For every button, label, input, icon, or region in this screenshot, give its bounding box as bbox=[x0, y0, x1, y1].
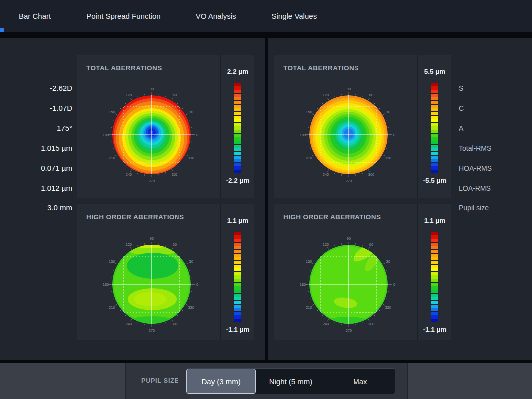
svg-text:30: 30 bbox=[189, 110, 193, 114]
svg-text:150: 150 bbox=[306, 110, 312, 114]
svg-text:270: 270 bbox=[346, 179, 352, 183]
active-tab-indicator bbox=[0, 28, 4, 32]
scale-max-label: 1.1 µm bbox=[221, 217, 254, 224]
scale-max-label: 2.2 µm bbox=[221, 68, 254, 75]
svg-text:0: 0 bbox=[393, 282, 395, 287]
metric-value-s: -2.62D bbox=[0, 78, 72, 98]
svg-text:120: 120 bbox=[126, 242, 132, 247]
scale-max-label: 5.5 µm bbox=[418, 68, 451, 75]
svg-text:0: 0 bbox=[196, 133, 198, 137]
panel-high-order-aberrations-right: HIGH ORDER ABERRATIONS 03060901201501802… bbox=[274, 204, 451, 340]
svg-text:90: 90 bbox=[150, 87, 154, 91]
metric-value-loa-rms: 1.012 µm bbox=[0, 178, 72, 198]
metric-label-hoa-rms: HOA-RMS bbox=[459, 158, 529, 178]
svg-text:270: 270 bbox=[346, 328, 352, 333]
tab-point-spread-function[interactable]: Point Spread Function bbox=[86, 12, 160, 20]
tab-bar-chart[interactable]: Bar Chart bbox=[19, 12, 51, 20]
metric-label-pupil-size: Pupil size bbox=[459, 198, 529, 218]
svg-text:0: 0 bbox=[393, 133, 395, 137]
colorbar-column: 2.2 µm -2.2 µm bbox=[220, 55, 254, 198]
panel-title: HIGH ORDER ABERRATIONS bbox=[86, 213, 184, 221]
scale-min-label: -2.2 µm bbox=[221, 177, 254, 184]
measurement-values-column: -2.62D -1.07D 175° 1.015 µm 0.071 µm 1.0… bbox=[0, 78, 72, 218]
svg-text:120: 120 bbox=[126, 93, 132, 97]
svg-text:180: 180 bbox=[300, 282, 306, 287]
svg-text:240: 240 bbox=[126, 322, 132, 326]
svg-text:300: 300 bbox=[172, 322, 178, 326]
svg-text:300: 300 bbox=[172, 172, 178, 177]
scale-min-label: -5.5 µm bbox=[418, 177, 451, 184]
aberration-heatmap: 0306090120150180210240270300330 bbox=[274, 55, 417, 198]
svg-text:210: 210 bbox=[109, 305, 115, 310]
svg-text:60: 60 bbox=[369, 242, 373, 247]
svg-text:270: 270 bbox=[149, 179, 155, 183]
svg-text:150: 150 bbox=[109, 259, 115, 264]
svg-text:0: 0 bbox=[196, 282, 198, 287]
panel-title: TOTAL ABERRATIONS bbox=[283, 64, 359, 72]
metric-label-s: S bbox=[459, 78, 529, 98]
panel-total-aberrations-right: TOTAL ABERRATIONS 0306090120150180210240… bbox=[274, 55, 451, 198]
colorbar bbox=[431, 83, 438, 173]
pupil-night-button[interactable]: Night (5 mm) bbox=[256, 369, 325, 394]
pupil-size-label: PUPIL SIZE bbox=[141, 363, 179, 399]
svg-text:180: 180 bbox=[103, 133, 109, 137]
panel-high-order-aberrations-left: HIGH ORDER ABERRATIONS 03060901201501802… bbox=[77, 204, 254, 340]
metric-value-c: -1.07D bbox=[0, 98, 72, 118]
colorbar bbox=[234, 83, 241, 173]
aberration-heatmap: 0306090120150180210240270300330 bbox=[77, 204, 220, 340]
svg-text:150: 150 bbox=[109, 110, 115, 114]
svg-text:270: 270 bbox=[149, 328, 155, 333]
svg-text:60: 60 bbox=[173, 242, 177, 247]
svg-text:120: 120 bbox=[323, 242, 329, 247]
aberration-heatmap: 0306090120150180210240270300330 bbox=[274, 204, 417, 340]
svg-text:30: 30 bbox=[189, 259, 193, 264]
tab-vo-analysis[interactable]: VO Analysis bbox=[196, 12, 236, 20]
pupil-max-button[interactable]: Max bbox=[326, 369, 395, 394]
scale-min-label: -1.1 µm bbox=[221, 326, 254, 333]
svg-text:180: 180 bbox=[300, 133, 306, 137]
metric-value-total-rms: 1.015 µm bbox=[0, 138, 72, 158]
colorbar bbox=[431, 232, 438, 322]
measurement-labels-column: S C A Total-RMS HOA-RMS LOA-RMS Pupil si… bbox=[459, 78, 529, 218]
panel-total-aberrations-left: TOTAL ABERRATIONS 0306090120150180210240… bbox=[77, 55, 254, 198]
svg-text:90: 90 bbox=[347, 87, 351, 91]
center-divider bbox=[265, 38, 268, 360]
svg-text:60: 60 bbox=[369, 93, 373, 97]
pupil-size-section: PUPIL SIZE Day (3 mm) Night (5 mm) Max bbox=[125, 363, 408, 399]
svg-text:330: 330 bbox=[385, 305, 391, 310]
svg-text:300: 300 bbox=[368, 322, 375, 326]
svg-text:240: 240 bbox=[323, 322, 329, 326]
metric-label-c: C bbox=[459, 98, 529, 118]
svg-text:330: 330 bbox=[188, 156, 194, 160]
svg-text:90: 90 bbox=[150, 236, 154, 241]
metric-value-a: 175° bbox=[0, 118, 72, 138]
svg-text:30: 30 bbox=[386, 110, 390, 114]
svg-text:330: 330 bbox=[385, 156, 391, 160]
metric-value-pupil-size: 3.0 mm bbox=[0, 198, 72, 218]
metric-label-a: A bbox=[459, 118, 529, 138]
scale-max-label: 1.1 µm bbox=[418, 217, 451, 224]
metric-label-total-rms: Total-RMS bbox=[459, 138, 529, 158]
pupil-size-toggle: Day (3 mm) Night (5 mm) Max bbox=[186, 368, 395, 394]
aberration-heatmap: 0306090120150180210240270300330 bbox=[77, 55, 220, 198]
svg-text:330: 330 bbox=[188, 305, 194, 310]
tab-single-values[interactable]: Single Values bbox=[272, 12, 317, 20]
svg-text:210: 210 bbox=[109, 156, 115, 160]
svg-text:300: 300 bbox=[368, 172, 375, 177]
scale-min-label: -1.1 µm bbox=[418, 326, 451, 333]
svg-text:90: 90 bbox=[347, 236, 351, 241]
pupil-day-button[interactable]: Day (3 mm) bbox=[186, 369, 256, 394]
colorbar-column: 1.1 µm -1.1 µm bbox=[417, 204, 451, 340]
panel-title: HIGH ORDER ABERRATIONS bbox=[283, 213, 381, 221]
top-divider bbox=[0, 32, 532, 38]
svg-text:180: 180 bbox=[103, 282, 109, 287]
svg-text:210: 210 bbox=[306, 156, 312, 160]
colorbar-column: 1.1 µm -1.1 µm bbox=[220, 204, 254, 340]
colorbar bbox=[234, 232, 241, 322]
bottom-bar: PUPIL SIZE Day (3 mm) Night (5 mm) Max bbox=[0, 363, 532, 399]
svg-text:60: 60 bbox=[173, 93, 177, 97]
svg-text:150: 150 bbox=[306, 259, 312, 264]
colorbar-column: 5.5 µm -5.5 µm bbox=[417, 55, 451, 198]
svg-text:120: 120 bbox=[323, 93, 329, 97]
svg-text:210: 210 bbox=[306, 305, 312, 310]
